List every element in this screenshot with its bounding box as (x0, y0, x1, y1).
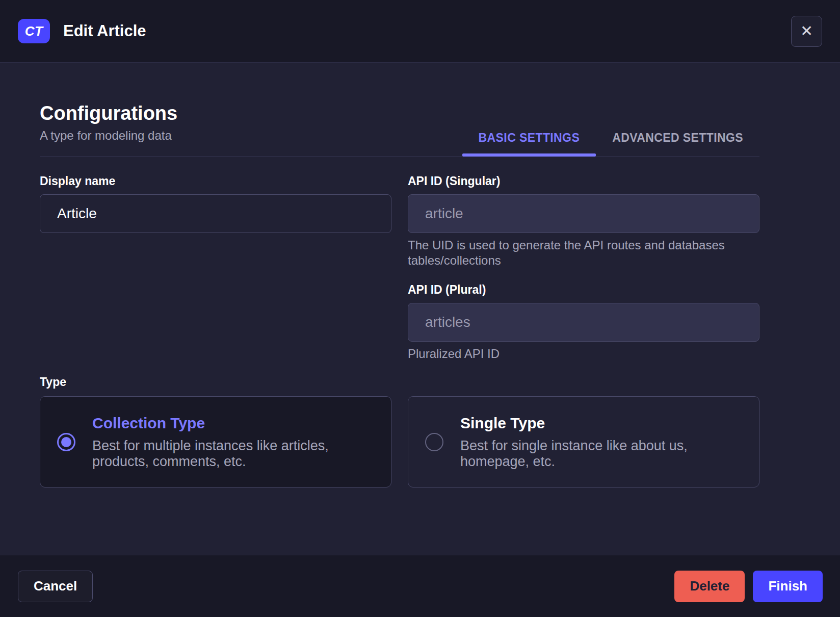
display-name-input[interactable] (40, 194, 391, 233)
radio-unselected-icon[interactable] (425, 433, 443, 451)
page-title: Configurations (40, 102, 177, 124)
radio-dot (61, 437, 71, 447)
type-option-single[interactable]: Single Type Best for single instance lik… (408, 396, 759, 487)
api-id-singular-input[interactable] (408, 194, 759, 233)
api-id-singular-field-group: API ID (Singular) The UID is used to gen… (408, 174, 759, 268)
api-id-plural-field-group: API ID (Plural) Pluralized API ID (408, 282, 759, 362)
api-id-singular-label: API ID (Singular) (408, 174, 759, 188)
delete-button[interactable]: Delete (674, 571, 745, 602)
display-name-field-group: Display name (40, 174, 391, 233)
content-type-badge-icon: CT (18, 19, 50, 43)
settings-tabs: BASIC SETTINGS ADVANCED SETTINGS (462, 131, 759, 156)
section-titles: Configurations A type for modeling data (40, 102, 177, 156)
configuration-form: Display name API ID (Singular) The UID i… (40, 174, 759, 362)
collection-type-description: Best for multiple instances like article… (92, 438, 376, 470)
collection-type-title: Collection Type (92, 415, 376, 432)
api-id-singular-hint: The UID is used to generate the API rout… (408, 238, 759, 268)
modal-header: CT Edit Article ✕ (0, 0, 840, 63)
display-name-label: Display name (40, 174, 391, 188)
type-options: Collection Type Best for multiple instan… (40, 396, 759, 487)
type-option-text: Single Type Best for single instance lik… (460, 415, 744, 470)
modal-footer: Cancel Delete Finish (0, 555, 840, 617)
page-subtitle: A type for modeling data (40, 128, 177, 143)
edit-content-type-modal: CT Edit Article ✕ Configurations A type … (0, 0, 840, 617)
modal-body: Configurations A type for modeling data … (0, 63, 840, 555)
type-section: Type Collection Type Best for multiple i… (40, 375, 759, 487)
type-option-collection[interactable]: Collection Type Best for multiple instan… (40, 396, 391, 487)
close-button[interactable]: ✕ (791, 16, 822, 47)
api-id-plural-hint: Pluralized API ID (408, 346, 759, 362)
close-icon: ✕ (800, 23, 813, 39)
tab-advanced-settings[interactable]: ADVANCED SETTINGS (596, 131, 759, 156)
api-id-plural-label: API ID (Plural) (408, 282, 759, 297)
cancel-button[interactable]: Cancel (18, 571, 93, 602)
tab-basic-settings[interactable]: BASIC SETTINGS (462, 131, 596, 156)
api-id-plural-input[interactable] (408, 303, 759, 342)
finish-button[interactable]: Finish (753, 571, 823, 602)
modal-title: Edit Article (63, 22, 146, 40)
type-label: Type (40, 375, 759, 389)
radio-dot (429, 437, 439, 447)
single-type-description: Best for single instance like about us, … (460, 438, 744, 470)
type-option-text: Collection Type Best for multiple instan… (92, 415, 376, 470)
radio-selected-icon[interactable] (57, 433, 75, 451)
single-type-title: Single Type (460, 415, 744, 432)
section-head: Configurations A type for modeling data … (40, 102, 759, 157)
